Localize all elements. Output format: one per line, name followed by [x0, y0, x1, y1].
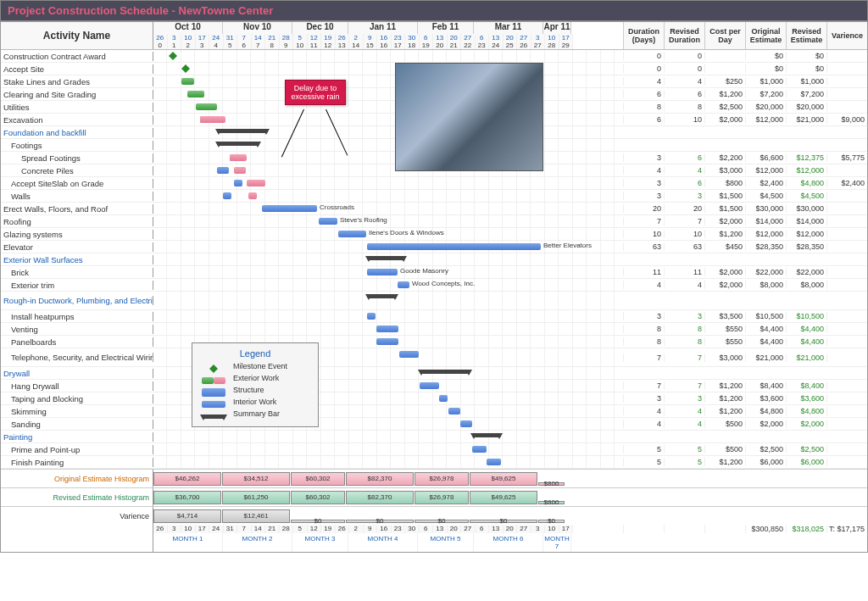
- gantt-bar[interactable]: [248, 192, 257, 199]
- gantt-bar[interactable]: [376, 338, 398, 345]
- data-cell: 4: [623, 77, 664, 86]
- activity-name: Sanding: [1, 420, 153, 429]
- gantt-bar[interactable]: [420, 382, 439, 389]
- data-cell: 6: [623, 115, 664, 124]
- data-cell: [704, 52, 745, 60]
- data-cell: 0: [664, 52, 704, 60]
- data-cell: $2,000: [704, 268, 745, 276]
- gantt-bar[interactable]: [230, 154, 247, 161]
- gantt-bar[interactable]: [367, 294, 397, 298]
- gantt-bar[interactable]: [460, 420, 472, 427]
- data-cell: 8: [664, 103, 704, 111]
- histogram-bar: $12,461: [222, 509, 290, 523]
- data-cell: [826, 381, 867, 390]
- milestone[interactable]: [169, 52, 177, 56]
- legend-summary: Summary Bar: [233, 409, 280, 418]
- gantt-bar[interactable]: [181, 78, 194, 85]
- activity-name: Accept SiteSlab on Grade: [1, 179, 153, 188]
- month-footer-label: MONTH 6: [474, 533, 543, 552]
- gantt-bar[interactable]: [217, 142, 259, 146]
- gantt-row: Construction Contract Award00$0$0: [1, 50, 867, 63]
- data-cell: $1,500: [704, 204, 745, 213]
- data-cell: 3: [664, 394, 704, 403]
- data-cell: 8: [664, 337, 704, 346]
- data-cell: $3,600: [745, 394, 786, 403]
- gantt-bar[interactable]: [367, 313, 376, 320]
- gantt-bar[interactable]: [367, 256, 405, 260]
- histogram-bar: $61,250: [222, 491, 290, 504]
- gantt-bar[interactable]: [472, 433, 501, 437]
- gantt-bar[interactable]: [196, 103, 217, 110]
- gantt-bar[interactable]: [487, 459, 501, 465]
- data-cell: $10,500: [745, 312, 786, 320]
- data-cell: $2,400: [745, 179, 786, 187]
- data-cell: 10: [664, 115, 704, 124]
- activity-name: Exterior trim: [1, 281, 153, 290]
- data-cell: $1,200: [704, 230, 745, 238]
- data-cell: $4,400: [786, 325, 826, 333]
- activity-name: Elevator: [1, 242, 153, 252]
- total-cell: [704, 525, 745, 533]
- building-image: [395, 63, 543, 171]
- data-cell: 6: [664, 153, 704, 162]
- gantt-bar[interactable]: [217, 129, 268, 133]
- page-title: Project Construction Schedule - NewTowne…: [0, 0, 868, 21]
- data-cell: $20,000: [786, 103, 826, 111]
- data-col-header: Duration (Days): [623, 22, 664, 49]
- gantt-bar[interactable]: [262, 205, 317, 212]
- data-cell: $2,500: [745, 445, 786, 454]
- data-cell: 3: [623, 179, 664, 187]
- data-cell: $3,000: [704, 353, 745, 362]
- histogram-bar: $0: [346, 520, 414, 523]
- data-cell: $14,000: [786, 217, 826, 225]
- activity-name: Construction Contract Award: [1, 52, 153, 61]
- data-cell: 0: [623, 64, 664, 73]
- data-cell: 8: [664, 325, 704, 333]
- data-cell: [826, 458, 867, 466]
- data-cell: [826, 394, 867, 403]
- data-cell: 4: [664, 281, 704, 289]
- gantt-bar[interactable]: [319, 218, 337, 225]
- histogram-bar: $49,625: [470, 491, 537, 504]
- data-cell: $8,400: [745, 381, 786, 390]
- data-cell: $30,000: [786, 204, 826, 213]
- gantt-bar[interactable]: [247, 180, 265, 186]
- data-cell: 4: [664, 407, 704, 415]
- gantt-bar[interactable]: [234, 180, 242, 186]
- data-cell: $2,000: [704, 115, 745, 124]
- gantt-row: Sanding44$500$2,000$2,000: [1, 418, 867, 431]
- gantt-bar[interactable]: [398, 281, 409, 288]
- date-row: 2631017243171421285121926291623306132027…: [153, 34, 623, 42]
- gantt-bar[interactable]: [200, 116, 225, 123]
- gantt-bar[interactable]: [187, 91, 204, 97]
- gantt-bar[interactable]: [234, 167, 246, 174]
- data-cell: [826, 337, 867, 346]
- data-cell: $550: [704, 325, 745, 333]
- original-hist-label: Original Estimate Histogram: [1, 470, 153, 487]
- data-cell: [826, 445, 867, 454]
- data-cell: $12,000: [786, 166, 826, 175]
- gantt-bar[interactable]: [367, 269, 398, 275]
- data-cell: $3,000: [704, 166, 745, 175]
- data-cell: 3: [664, 312, 704, 320]
- milestone[interactable]: [181, 64, 190, 69]
- data-cell: [826, 166, 867, 175]
- gantt-bar[interactable]: [376, 326, 398, 332]
- gantt-bar[interactable]: [439, 395, 448, 402]
- data-cell: $0: [786, 52, 826, 60]
- gantt-bar[interactable]: [367, 243, 541, 250]
- gantt-bar[interactable]: [399, 351, 419, 358]
- month-footer-label: MONTH 2: [223, 533, 292, 552]
- data-cell: $4,500: [786, 192, 826, 200]
- data-col-header: Revised Estimate: [786, 22, 826, 49]
- data-cell: $12,375: [786, 153, 826, 162]
- gantt-bar[interactable]: [448, 408, 460, 415]
- activity-name: Taping and Blocking: [1, 394, 153, 403]
- activity-name: Install heatpumps: [1, 312, 153, 321]
- gantt-bar[interactable]: [472, 446, 487, 453]
- gantt-bar[interactable]: [217, 167, 229, 174]
- data-col-header: Varience: [826, 22, 867, 49]
- gantt-bar[interactable]: [420, 370, 470, 374]
- gantt-bar[interactable]: [338, 231, 366, 237]
- gantt-bar[interactable]: [223, 192, 231, 199]
